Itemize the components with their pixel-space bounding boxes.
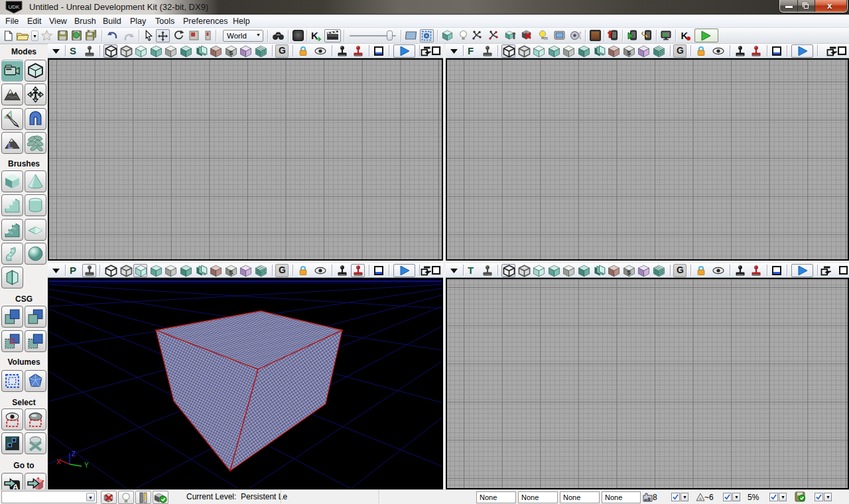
svg-text:m: m <box>544 36 548 40</box>
svg-text:S: S <box>229 269 233 276</box>
svg-text:UDK: UDK <box>9 4 21 10</box>
svg-text:Z: Z <box>72 450 76 458</box>
svg-text:S: S <box>229 49 233 56</box>
svg-text:S: S <box>627 269 631 276</box>
svg-text:Y: Y <box>84 462 89 469</box>
svg-text:X: X <box>56 458 61 466</box>
svg-text:S: S <box>627 49 631 56</box>
svg-text:L: L <box>8 142 13 150</box>
